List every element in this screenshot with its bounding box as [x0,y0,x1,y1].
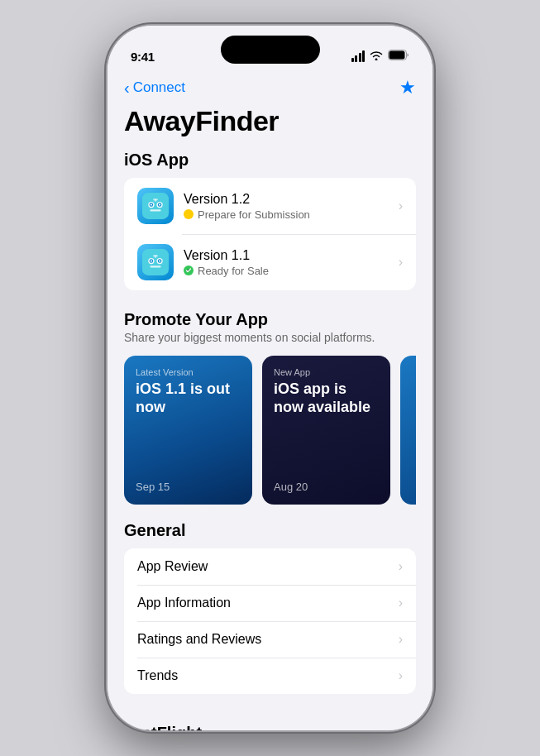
list-item-trends[interactable]: Trends › [124,658,416,694]
star-button[interactable]: ★ [399,77,416,98]
promote-card-latest-label: Latest Version [136,367,241,377]
app-icon-v1-1 [137,244,174,280]
ratings-reviews-chevron: › [399,632,403,647]
content[interactable]: ‹ Connect ★ AwayFinder iOS App [108,70,432,730]
version-1-2-chevron: › [399,199,403,213]
promote-title: Promote Your App [124,310,416,329]
version-1-1-chevron: › [399,255,403,270]
app-information-label: App Information [137,596,231,610]
ios-app-section-title: iOS App [108,151,432,178]
general-list: App Review › App Information › Ratings a… [124,548,416,694]
screen: 9:41 [108,26,432,730]
promote-card-new-date: Aug 20 [274,481,379,493]
wifi-icon [370,50,383,63]
app-review-chevron: › [399,559,403,574]
promote-card-new[interactable]: New App iOS app is now available Aug 20 [262,356,390,505]
back-chevron-icon: ‹ [124,79,130,96]
status-time: 9:41 [131,50,155,64]
promote-card-peek[interactable] [400,356,416,505]
app-icon-v1-2 [137,188,174,224]
version-1-1-status-text: Ready for Sale [198,265,269,277]
svg-rect-2 [142,193,169,219]
promote-card-latest-title: iOS 1.1 is out now [136,380,241,416]
promote-card-new-label: New App [274,367,379,377]
dynamic-island [221,36,320,64]
testflight-section-title: TestFlight [108,711,432,730]
svg-point-18 [159,260,160,261]
list-item-app-review[interactable]: App Review › [124,548,416,585]
svg-point-7 [151,203,152,205]
promote-subtitle: Share your biggest moments on social pla… [124,331,416,344]
status-dot-yellow [184,209,194,219]
svg-rect-1 [389,51,405,60]
promote-card-latest-top: Latest Version iOS 1.1 is out now [136,367,241,416]
svg-rect-12 [142,249,169,275]
app-information-chevron: › [399,596,403,610]
app-versions-list: Version 1.2 Prepare for Submission › [124,178,416,290]
list-item-ratings-reviews[interactable]: Ratings and Reviews › [124,621,416,658]
trends-label: Trends [137,668,178,683]
status-dot-green [184,266,194,275]
promote-section: Promote Your App Share your biggest mome… [108,310,432,521]
status-icons [351,49,410,64]
general-section: General App Review › App Information › R… [108,521,432,711]
promote-card-new-title: iOS app is now available [274,380,379,416]
app-review-label: App Review [137,559,208,574]
svg-rect-21 [155,255,155,258]
svg-rect-9 [150,209,160,211]
ratings-reviews-label: Ratings and Reviews [137,632,261,647]
list-item-app-information[interactable]: App Information › [124,585,416,621]
battery-icon [388,49,409,64]
signal-icon [351,50,366,62]
version-1-2-status-text: Prepare for Submission [198,208,310,221]
promote-card-new-top: New App iOS app is now available [274,367,379,416]
back-label: Connect [133,79,185,96]
version-1-2-info: Version 1.2 Prepare for Submission [184,192,399,221]
promote-cards: Latest Version iOS 1.1 is out now Sep 15… [124,356,416,505]
phone-frame: 9:41 [108,26,432,730]
version-1-2-status: Prepare for Submission [184,208,399,221]
svg-rect-11 [155,199,155,202]
svg-point-17 [151,260,152,261]
svg-rect-19 [150,266,160,267]
star-icon: ★ [399,77,416,98]
nav-bar: ‹ Connect ★ [108,70,432,102]
promote-card-latest-date: Sep 15 [136,481,241,493]
trends-chevron: › [399,668,403,683]
version-1-2-card[interactable]: Version 1.2 Prepare for Submission › [124,178,416,234]
version-1-1-card[interactable]: Version 1.1 Ready for Sale › [124,234,416,290]
version-1-1-info: Version 1.1 Ready for Sale [184,248,399,277]
page-title: AwayFinder [108,102,432,151]
promote-card-latest[interactable]: Latest Version iOS 1.1 is out now Sep 15 [124,356,252,505]
svg-point-8 [159,203,160,205]
version-1-2-label: Version 1.2 [184,192,399,207]
version-1-1-label: Version 1.1 [184,248,399,263]
back-button[interactable]: ‹ Connect [124,79,185,96]
version-1-1-status: Ready for Sale [184,265,399,277]
general-title: General [108,521,432,548]
